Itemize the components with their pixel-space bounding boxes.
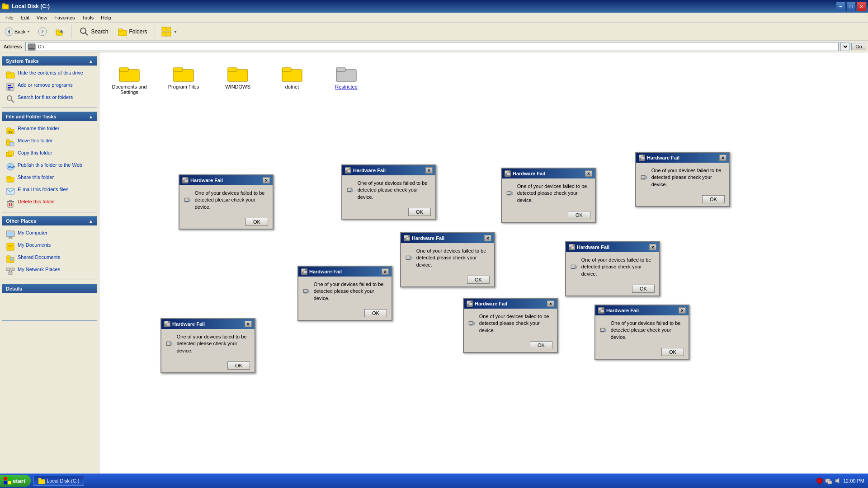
hw-close-btn-1[interactable]: × xyxy=(263,177,270,183)
hw-body-10: One of your devices failed to be detecte… xyxy=(595,315,689,345)
system-tasks-chevron: ▲ xyxy=(89,59,93,64)
folder-item-windows[interactable]: WINDOWS xyxy=(220,64,256,95)
hide-label[interactable]: Hide the contents of this drive xyxy=(18,70,83,76)
svg-rect-136 xyxy=(170,343,172,344)
folder-item-documents[interactable]: Documents and Settings xyxy=(111,64,147,95)
publish-label[interactable]: Publish this folder to the Web xyxy=(18,162,82,168)
sidebar-item-move[interactable]: Move this folder xyxy=(4,136,95,148)
menu-edit[interactable]: Edit xyxy=(17,14,33,21)
hw-dialog-7[interactable]: Hardware Fail × One of your devices fail… xyxy=(297,266,392,321)
sidebar-item-delete[interactable]: Delete this folder xyxy=(4,197,95,209)
folder-item-dotnet[interactable]: dotnet xyxy=(274,64,310,95)
hw-dialog-4[interactable]: Hardware Fail × One of your devices fail… xyxy=(635,152,730,207)
network-label[interactable]: My Network Places xyxy=(18,266,60,272)
hw-ok-btn-3[interactable]: OK xyxy=(568,211,590,219)
menu-view[interactable]: View xyxy=(33,14,51,21)
hw-dialog-10[interactable]: Hardware Fail × One of your devices fail… xyxy=(594,305,689,360)
my-computer-label[interactable]: My Computer xyxy=(18,230,47,236)
hw-dialog-5[interactable]: Hardware Fail × One of your devices fail… xyxy=(400,232,495,287)
hw-close-btn-3[interactable]: × xyxy=(585,170,592,177)
forward-button[interactable] xyxy=(35,25,50,38)
copy-label[interactable]: Copy this folder xyxy=(18,150,52,156)
hw-dialog-2[interactable]: Hardware Fail × One of your devices fail… xyxy=(341,164,436,220)
menu-file[interactable]: File xyxy=(2,14,17,21)
file-folder-tasks-header[interactable]: File and Folder Tasks ▲ xyxy=(2,112,97,121)
minimize-button[interactable]: − xyxy=(836,2,845,11)
menu-help[interactable]: Help xyxy=(97,14,115,21)
sidebar-item-my-documents[interactable]: My Documents xyxy=(4,240,95,253)
sidebar-item-rename[interactable]: abc Rename this folder xyxy=(4,124,95,136)
sidebar-item-share[interactable]: Share this folder xyxy=(4,173,95,185)
rename-label[interactable]: Rename this folder xyxy=(18,125,59,131)
programs-label[interactable]: Add or remove programs xyxy=(18,82,73,88)
hw-dialog-1[interactable]: Hardware Fail × One of your devices fail… xyxy=(179,174,274,230)
start-button[interactable]: start xyxy=(0,475,31,487)
hw-close-btn-6[interactable]: × xyxy=(649,244,656,250)
search-files-label[interactable]: Search for files or folders xyxy=(18,94,73,100)
folder-item-restricted[interactable]: Restricted xyxy=(328,64,364,95)
folders-button[interactable]: Folders xyxy=(114,25,151,38)
address-input[interactable]: C:\ xyxy=(25,42,839,51)
maximize-button[interactable]: □ xyxy=(846,2,856,11)
hw-ok-btn-8[interactable]: OK xyxy=(227,361,250,370)
address-dropdown[interactable] xyxy=(840,42,849,51)
close-button[interactable]: × xyxy=(857,2,866,11)
search-icon xyxy=(79,27,89,37)
sidebar-item-search[interactable]: Search for files or folders xyxy=(4,93,95,105)
delete-label[interactable]: Delete this folder xyxy=(18,198,55,205)
hw-dialog-8[interactable]: Hardware Fail × One of your devices fail… xyxy=(160,318,255,373)
views-button[interactable] xyxy=(159,25,180,38)
hw-ok-btn-5[interactable]: OK xyxy=(467,276,490,284)
hw-close-btn-4[interactable]: × xyxy=(719,155,726,161)
sidebar-item-my-computer[interactable]: My Computer xyxy=(4,228,95,240)
hw-dialog-3[interactable]: Hardware Fail × One of your devices fail… xyxy=(501,168,596,223)
folders-icon xyxy=(118,27,127,37)
system-tasks-header[interactable]: System Tasks ▲ xyxy=(2,56,97,66)
svg-rect-60 xyxy=(9,272,12,275)
go-button[interactable]: Go xyxy=(851,43,866,50)
svg-rect-88 xyxy=(351,190,353,191)
hw-ok-btn-1[interactable]: OK xyxy=(245,218,268,226)
hw-ok-btn-10[interactable]: OK xyxy=(661,348,684,356)
hw-close-btn-7[interactable]: × xyxy=(382,268,389,275)
hw-footer-5: OK xyxy=(401,273,494,286)
sidebar-item-publish[interactable]: www Publish this folder to the Web xyxy=(4,160,95,173)
folder-item-program-files[interactable]: Program Files xyxy=(165,64,202,95)
hw-close-btn-8[interactable]: × xyxy=(245,321,252,327)
publish-icon: www xyxy=(6,162,15,171)
sidebar-item-network[interactable]: My Network Places xyxy=(4,265,95,277)
sidebar-item-email[interactable]: E-mail this folder's files xyxy=(4,185,95,197)
share-label[interactable]: Share this folder xyxy=(18,174,54,180)
sidebar-item-copy[interactable]: Copy this folder xyxy=(4,148,95,160)
email-label[interactable]: E-mail this folder's files xyxy=(18,186,68,192)
sidebar-item-programs[interactable]: Add or remove programs xyxy=(4,80,95,93)
hw-close-btn-2[interactable]: × xyxy=(425,167,433,174)
my-documents-label[interactable]: My Documents xyxy=(18,242,51,248)
hw-ok-btn-4[interactable]: OK xyxy=(702,195,725,203)
other-places-header[interactable]: Other Places ▲ xyxy=(2,216,97,225)
hw-close-btn-9[interactable]: × xyxy=(547,300,554,307)
toolbar: Back Search Folders xyxy=(0,23,868,41)
hw-message-10: One of your devices failed to be detecte… xyxy=(611,320,684,341)
svg-line-11 xyxy=(85,33,88,35)
search-button[interactable]: Search xyxy=(75,25,112,38)
hw-ok-btn-7[interactable]: OK xyxy=(364,309,387,317)
menu-favorites[interactable]: Favorites xyxy=(51,14,78,21)
hw-ok-btn-2[interactable]: OK xyxy=(408,208,431,216)
hw-close-btn-10[interactable]: × xyxy=(679,307,686,314)
hw-ok-btn-6[interactable]: OK xyxy=(632,285,655,293)
hw-dialog-6[interactable]: Hardware Fail × One of your devices fail… xyxy=(565,241,660,296)
sidebar-item-hide[interactable]: Hide the contents of this drive xyxy=(4,68,95,80)
taskbar-window-item[interactable]: Local Disk (C:) xyxy=(33,476,84,486)
hw-ok-btn-9[interactable]: OK xyxy=(530,341,552,349)
menu-tools[interactable]: Tools xyxy=(79,14,98,21)
shared-documents-label[interactable]: Shared Documents xyxy=(18,254,60,260)
hw-close-btn-5[interactable]: × xyxy=(484,235,491,241)
back-button[interactable]: Back xyxy=(2,25,33,38)
move-label[interactable]: Move this folder xyxy=(18,137,53,144)
up-button[interactable] xyxy=(52,24,68,39)
sidebar-item-shared-documents[interactable]: Shared Documents xyxy=(4,253,95,265)
hw-dialog-9[interactable]: Hardware Fail × One of your devices fail… xyxy=(463,298,558,353)
svg-rect-33 xyxy=(6,140,9,142)
hw-footer-10: OK xyxy=(595,345,689,359)
